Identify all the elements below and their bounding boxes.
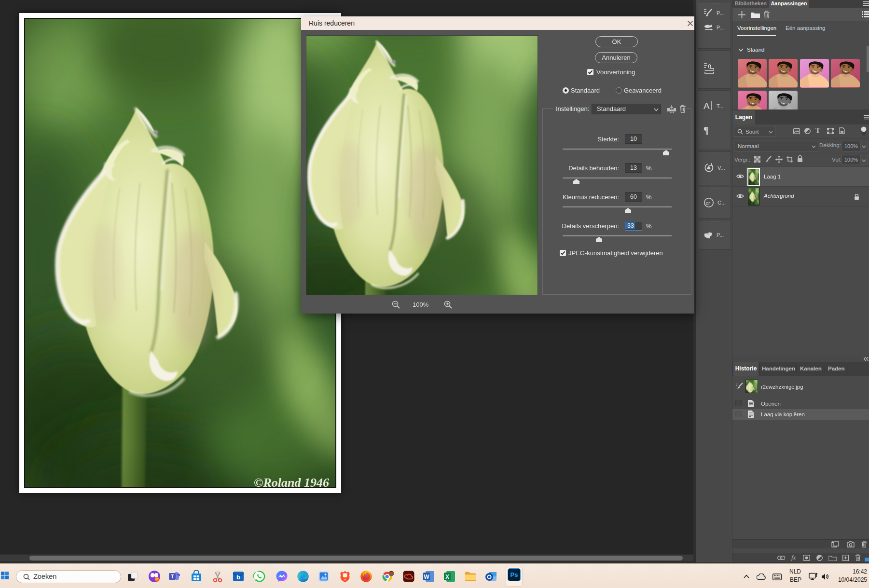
svg-text:T: T [171, 574, 174, 579]
svg-text:b: b [236, 574, 240, 581]
svg-text:©Roland 1946: ©Roland 1946 [254, 476, 329, 487]
svg-text:X: X [445, 574, 449, 580]
svg-text:cr: cr [706, 200, 711, 206]
svg-text:W: W [424, 574, 429, 580]
svg-text:¶: ¶ [703, 126, 709, 136]
svg-text:A: A [703, 101, 710, 111]
